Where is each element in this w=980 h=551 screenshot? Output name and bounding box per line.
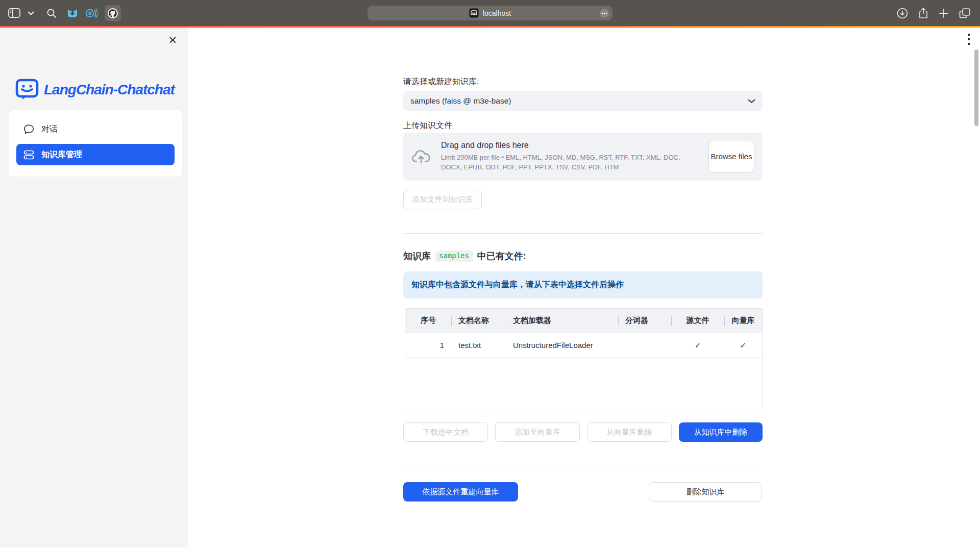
tab-overview-icon[interactable]	[959, 8, 971, 19]
download-selected-button[interactable]: 下载选中文档	[403, 422, 488, 442]
sidebar-chevron-icon[interactable]	[28, 11, 34, 15]
cell-vector-check: ✓	[724, 333, 762, 357]
dropzone-text: Drag and drop files here Limit 200MB per…	[441, 141, 681, 172]
chevron-down-icon	[748, 99, 755, 104]
add-to-vectorstore-button[interactable]: 添加至向量库	[495, 422, 580, 442]
table-header-row: 序号 文档名称 文档加载器 分词器 源文件 向量库	[405, 309, 762, 333]
sidebar-item-kb-management[interactable]: 知识库管理	[16, 144, 175, 165]
main-content: 请选择或新建知识库: samples (faiss @ m3e-base) 上传…	[403, 28, 763, 551]
delete-from-vectorstore-button[interactable]: 从向量库删除	[587, 422, 672, 442]
toolbar-right-group	[897, 0, 971, 26]
sidebar-toggle-icon[interactable]	[8, 8, 20, 18]
dropzone-hint: Limit 200MB per file • EML, HTML, JSON, …	[441, 153, 681, 172]
database-icon	[23, 150, 34, 160]
browser-toolbar: localhost	[0, 0, 980, 26]
kb-selectbox[interactable]: samples (faiss @ m3e-base)	[403, 91, 763, 111]
cell-source-check: ✓	[671, 333, 724, 357]
cell-splitter	[618, 333, 671, 357]
file-action-buttons: 下载选中文档 添加至向量库 从向量库删除 从知识库中删除	[403, 422, 763, 442]
sidebar-item-label: 知识库管理	[41, 149, 82, 160]
rebuild-vectorstore-button[interactable]: 依据源文件重建向量库	[403, 482, 518, 502]
address-bar[interactable]: localhost	[368, 6, 612, 20]
heading-suffix: 中已有文件:	[477, 250, 526, 262]
cell-name: test.txt	[451, 333, 506, 357]
cloud-upload-icon	[411, 148, 431, 165]
kb-select-label: 请选择或新建知识库:	[403, 77, 479, 87]
screen: localhost ✕	[0, 0, 980, 551]
scrollbar-thumb[interactable]	[974, 49, 978, 126]
sidebar-nav: 对话 知识库管理	[9, 110, 182, 177]
page-download-icon[interactable]	[897, 8, 908, 19]
sidebar-item-dialogue[interactable]: 对话	[16, 118, 175, 140]
sidebar-close-icon[interactable]: ✕	[168, 35, 177, 45]
address-url: localhost	[483, 9, 511, 17]
upload-label: 上传知识文件	[403, 120, 452, 131]
info-banner: 知识库中包含源文件与向量库，请从下表中选择文件后操作	[403, 271, 763, 298]
col-header-loader: 文档加载器	[506, 309, 618, 333]
share-icon[interactable]	[918, 7, 928, 19]
search-icon[interactable]	[46, 8, 57, 18]
kb-name-code: samples	[435, 251, 473, 262]
col-header-index: 序号	[405, 309, 451, 333]
col-header-splitter: 分词器	[618, 309, 671, 333]
logo-smiley-icon	[15, 79, 39, 101]
toolbar-left-group	[8, 0, 121, 26]
app-logo: LangChain-Chatchat	[15, 79, 175, 101]
cell-index: 1	[405, 333, 451, 357]
delete-kb-button[interactable]: 删除知识库	[649, 482, 762, 502]
table-row[interactable]: 1 test.txt UnstructuredFileLoader ✓ ✓	[405, 333, 762, 358]
kb-files-heading: 知识库 samples 中已有文件:	[403, 250, 526, 262]
file-dropzone[interactable]: Drag and drop files here Limit 200MB per…	[403, 133, 763, 181]
logo-text: LangChain-Chatchat	[44, 82, 175, 98]
col-header-name: 文档名称	[451, 309, 506, 333]
new-tab-icon[interactable]	[939, 8, 949, 18]
chat-bubble-icon	[23, 124, 34, 135]
delete-from-kb-button[interactable]: 从知识库中删除	[679, 422, 763, 442]
browse-files-button[interactable]: Browse files	[708, 141, 754, 172]
sidebar: ✕ LangChain-Chatchat 对话 知识库管理	[0, 28, 188, 547]
kb-files-table: 序号 文档名称 文档加载器 分词器 源文件 向量库 1 test.txt Uns…	[405, 308, 763, 409]
rings-extension-icon[interactable]	[85, 8, 97, 19]
cell-loader: UnstructuredFileLoader	[506, 333, 618, 357]
dropzone-title: Drag and drop files here	[441, 141, 681, 150]
divider	[403, 233, 763, 234]
col-header-source: 源文件	[671, 309, 724, 333]
info-banner-text: 知识库中包含源文件与向量库，请从下表中选择文件后操作	[411, 280, 624, 290]
heading-prefix: 知识库	[403, 250, 431, 262]
site-favicon	[469, 8, 479, 18]
extensions-menu-icon[interactable]	[600, 9, 609, 18]
app-menu-kebab-icon[interactable]	[965, 34, 972, 45]
sidebar-item-label: 对话	[41, 124, 58, 135]
add-files-to-kb-button[interactable]: 添加文件到知识库	[403, 190, 482, 209]
download-manager-extension-icon[interactable]	[67, 8, 78, 19]
divider	[403, 466, 763, 466]
col-header-vector: 向量库	[724, 309, 762, 333]
kb-selected-value: samples (faiss @ m3e-base)	[410, 96, 748, 106]
github-extension-icon[interactable]	[105, 5, 121, 21]
